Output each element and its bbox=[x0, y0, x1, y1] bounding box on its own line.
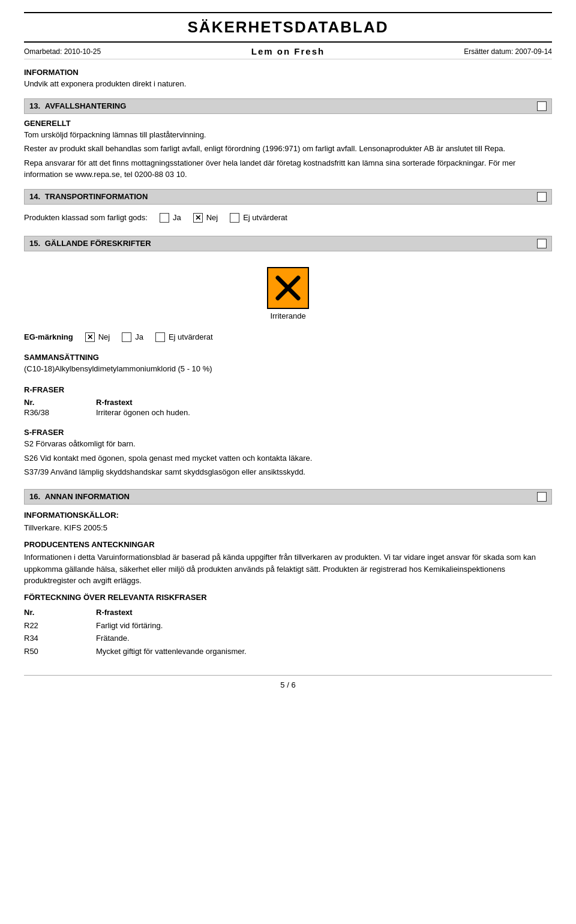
eg-ej-label: Ej utvärderat bbox=[155, 332, 213, 342]
omarbetad-label: Omarbetad: 2010-10-25 bbox=[24, 47, 144, 56]
rfraser-table: Nr. R-frastext R36/38 Irriterar ögonen o… bbox=[24, 398, 552, 417]
section-15-checkbox[interactable] bbox=[537, 239, 547, 248]
information-text: Undvik att exponera produkten direkt i n… bbox=[24, 78, 552, 90]
rfraser-header-row: Nr. R-frastext bbox=[24, 398, 552, 407]
rfraser-text-0: Irriterar ögonen och huden. bbox=[96, 408, 190, 417]
eg-ej-checkbox[interactable] bbox=[155, 332, 165, 342]
irritant-section: Irriterande bbox=[252, 261, 324, 320]
section-13-line-2: Rester av produkt skall behandlas som fa… bbox=[24, 143, 552, 155]
section-16-title: 16. ANNAN INFORMATION bbox=[29, 492, 130, 501]
eg-ja-checkbox[interactable] bbox=[122, 332, 131, 342]
sfraser-line-1: S26 Vid kontakt med ögonen, spola genast… bbox=[24, 452, 552, 464]
forteckning-text-1: Frätande. bbox=[96, 632, 130, 644]
section-13-subsection: GENERELLT bbox=[24, 119, 552, 128]
page-title: SÄKERHETSDATABLAD bbox=[24, 12, 552, 43]
section-14-header: 14. TRANSPORTINFORMATION bbox=[24, 189, 552, 205]
rfraser-text-col: R-frastext bbox=[96, 398, 133, 407]
section-16-header: 16. ANNAN INFORMATION bbox=[24, 489, 552, 505]
forteckning-nr-0: R22 bbox=[24, 620, 96, 632]
informationskallor-section: INFORMATIONSKÄLLOR: Tillverkare. KIFS 20… bbox=[24, 509, 552, 534]
page-footer: 5 / 6 bbox=[24, 675, 552, 689]
information-section: INFORMATION Undvik att exponera produkte… bbox=[24, 68, 552, 90]
forteckning-row-2: R50 Mycket giftigt för vattenlevande org… bbox=[24, 646, 552, 658]
gfr-content: Irriterande bbox=[24, 255, 552, 326]
page: SÄKERHETSDATABLAD Omarbetad: 2010-10-25 … bbox=[0, 0, 576, 924]
irritant-icon bbox=[273, 273, 303, 303]
producentens-section: PRODUCENTENS ANTECKNINGAR Informationen … bbox=[24, 539, 552, 587]
forteckning-row-0: R22 Farligt vid förtäring. bbox=[24, 620, 552, 632]
forteckning-heading: FÖRTECKNING ÖVER RELEVANTA RISKFRASER bbox=[24, 592, 552, 604]
transport-row: Produkten klassad som farligt gods: Ja N… bbox=[24, 208, 552, 227]
producentens-text-0: Informationen i detta Varuinformationsbl… bbox=[24, 551, 552, 587]
section-15: 15. GÄLLANDE FÖRESKRIFTER Irriterande EG… bbox=[24, 236, 552, 478]
section-14: 14. TRANSPORTINFORMATION Produkten klass… bbox=[24, 189, 552, 227]
section-15-header: 15. GÄLLANDE FÖRESKRIFTER bbox=[24, 236, 552, 251]
rfraser-heading: R-FRASER bbox=[24, 385, 552, 394]
transport-ja-checkbox[interactable] bbox=[160, 213, 169, 223]
transport-nej-checkbox[interactable] bbox=[193, 213, 203, 223]
section-14-title: 14. TRANSPORTINFORMATION bbox=[29, 192, 148, 201]
sfraser-line-2: S37/39 Använd lämplig skyddshandskar sam… bbox=[24, 466, 552, 478]
section-13-checkbox[interactable] bbox=[537, 101, 547, 111]
transport-ja-label: Ja bbox=[160, 213, 181, 223]
forteckning-text-2: Mycket giftigt för vattenlevande organis… bbox=[96, 646, 247, 658]
informationskallor-heading: INFORMATIONSKÄLLOR: bbox=[24, 509, 552, 521]
section-13-line-3: Repa ansvarar för att det finns mottagni… bbox=[24, 157, 552, 181]
irritant-symbol bbox=[267, 267, 309, 309]
forteckning-row-1: R34 Frätande. bbox=[24, 632, 552, 644]
eg-row: EG-märkning Nej Ja Ej utvärderat bbox=[24, 332, 552, 342]
section-13: 13. AVFALLSHANTERING GENERELLT Tom urskö… bbox=[24, 98, 552, 181]
section-13-title: 13. AVFALLSHANTERING bbox=[29, 101, 126, 110]
section-13-line-1: Tom ursköljd förpackning lämnas till pla… bbox=[24, 129, 552, 141]
eg-nej-checkbox[interactable] bbox=[85, 332, 95, 342]
forteckning-header-row: Nr. R-frastext bbox=[24, 607, 552, 619]
forteckning-text-0: Farligt vid förtäring. bbox=[96, 620, 163, 632]
irritant-label: Irriterande bbox=[252, 311, 324, 320]
sfraser-section: S-FRASER S2 Förvaras oåtkomligt för barn… bbox=[24, 428, 552, 478]
rfraser-row-0: R36/38 Irriterar ögonen och huden. bbox=[24, 408, 552, 417]
transport-ej-label: Ej utvärderat bbox=[230, 213, 287, 223]
producentens-heading: PRODUCENTENS ANTECKNINGAR bbox=[24, 539, 552, 551]
ersatter-label: Ersätter datum: 2007-09-14 bbox=[432, 47, 552, 56]
sammansattning-text: (C10-18)Alkylbensyldimetylammoniumklorid… bbox=[24, 363, 552, 375]
section-15-title: 15. GÄLLANDE FÖRESKRIFTER bbox=[29, 239, 151, 248]
page-number: 5 / 6 bbox=[280, 680, 295, 689]
sammansattning-section: SAMMANSÄTTNING (C10-18)Alkylbensyldimety… bbox=[24, 353, 552, 375]
produkten-klassad-label: Produkten klassad som farligt gods: bbox=[24, 213, 148, 222]
section-16-checkbox[interactable] bbox=[537, 492, 547, 502]
section-14-checkbox[interactable] bbox=[537, 192, 547, 202]
eg-nej-label: Nej bbox=[85, 332, 110, 342]
sfraser-heading: S-FRASER bbox=[24, 428, 552, 437]
transport-nej-label: Nej bbox=[193, 213, 218, 223]
sammansattning-heading: SAMMANSÄTTNING bbox=[24, 353, 552, 362]
section-16: 16. ANNAN INFORMATION INFORMATIONSKÄLLOR… bbox=[24, 489, 552, 658]
product-name: Lem on Fresh bbox=[144, 46, 432, 56]
forteckning-nr-1: R34 bbox=[24, 632, 96, 644]
forteckning-text-col: R-frastext bbox=[96, 607, 133, 619]
information-heading: INFORMATION bbox=[24, 68, 552, 77]
eg-ja-label: Ja bbox=[122, 332, 143, 342]
header-meta: Omarbetad: 2010-10-25 Lem on Fresh Ersät… bbox=[24, 43, 552, 59]
sfraser-line-0: S2 Förvaras oåtkomligt för barn. bbox=[24, 438, 552, 450]
rfraser-nr-0: R36/38 bbox=[24, 408, 96, 417]
forteckning-section: FÖRTECKNING ÖVER RELEVANTA RISKFRASER Nr… bbox=[24, 592, 552, 658]
eg-label: EG-märkning bbox=[24, 332, 73, 341]
rfraser-nr-col: Nr. bbox=[24, 398, 96, 407]
transport-ej-checkbox[interactable] bbox=[230, 213, 239, 223]
rfraser-section: R-FRASER Nr. R-frastext R36/38 Irriterar… bbox=[24, 385, 552, 417]
section-13-header: 13. AVFALLSHANTERING bbox=[24, 98, 552, 114]
informationskallor-text: Tillverkare. KIFS 2005:5 bbox=[24, 522, 552, 534]
forteckning-table: Nr. R-frastext R22 Farligt vid förtäring… bbox=[24, 607, 552, 657]
forteckning-nr-col: Nr. bbox=[24, 607, 96, 619]
forteckning-nr-2: R50 bbox=[24, 646, 96, 658]
